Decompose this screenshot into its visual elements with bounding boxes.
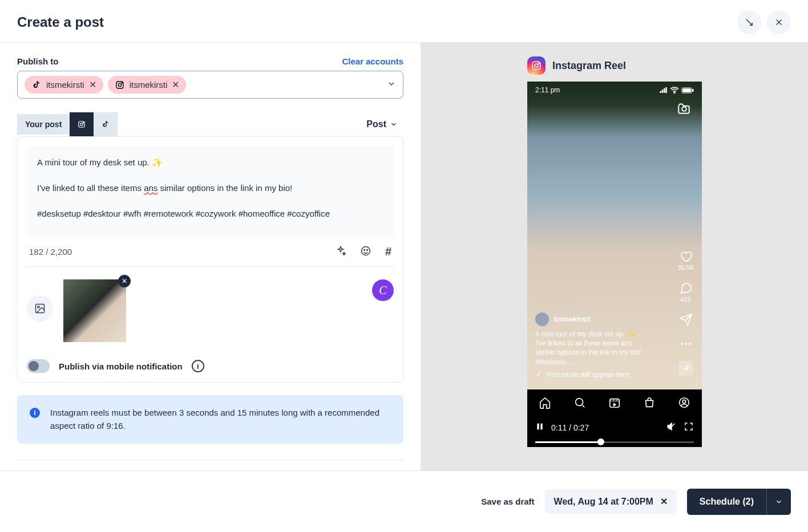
audio-icon bbox=[678, 361, 693, 376]
info-badge-icon: i bbox=[30, 408, 40, 418]
close-icon[interactable] bbox=[767, 10, 791, 34]
svg-rect-16 bbox=[664, 88, 665, 93]
tab-instagram[interactable] bbox=[70, 112, 94, 136]
svg-point-12 bbox=[535, 64, 538, 67]
composer-panel: Publish to Clear accounts itsmekirsti ✕ … bbox=[0, 43, 421, 470]
save-draft-button[interactable]: Save as draft bbox=[481, 497, 534, 506]
remove-account-icon[interactable]: ✕ bbox=[89, 79, 96, 90]
seek-bar[interactable] bbox=[527, 439, 702, 447]
svg-rect-15 bbox=[662, 90, 664, 93]
mobile-notification-toggle[interactable] bbox=[27, 359, 50, 373]
account-chip-tiktok: itsmekirsti ✕ bbox=[25, 76, 103, 94]
profile-icon bbox=[678, 396, 690, 409]
toggle-label: Publish via mobile notification bbox=[59, 362, 183, 371]
tiktok-icon bbox=[31, 80, 42, 90]
avatar bbox=[535, 312, 549, 326]
composer-card: A mini tour of my desk set up. ✨ I've li… bbox=[17, 136, 403, 383]
minimize-icon[interactable] bbox=[737, 10, 761, 34]
svg-point-7 bbox=[364, 250, 365, 251]
ai-assist-icon[interactable] bbox=[335, 245, 346, 258]
tab-your-post[interactable]: Your post bbox=[17, 114, 70, 135]
post-type-dropdown[interactable]: Post bbox=[361, 113, 403, 135]
search-icon bbox=[573, 396, 586, 409]
svg-point-1 bbox=[118, 83, 121, 86]
modal-header: Create a post bbox=[0, 0, 808, 43]
instagram-icon bbox=[115, 80, 125, 90]
instagram-logo-icon bbox=[527, 56, 546, 75]
svg-point-24 bbox=[685, 343, 687, 345]
share-icon bbox=[679, 313, 693, 327]
fullscreen-icon[interactable] bbox=[684, 421, 694, 433]
camera-icon bbox=[677, 101, 692, 118]
preview-title: Instagram Reel bbox=[552, 60, 626, 72]
video-time: 0:11 / 0:27 bbox=[551, 423, 589, 432]
svg-point-8 bbox=[367, 250, 368, 251]
svg-point-18 bbox=[674, 92, 675, 94]
hashtag-icon[interactable]: # bbox=[385, 245, 391, 258]
account-chip-instagram: itsmekirsti ✕ bbox=[108, 76, 187, 94]
mute-icon[interactable] bbox=[666, 421, 677, 433]
svg-rect-31 bbox=[540, 424, 542, 430]
info-banner: i Instagram reels must be between 3 seco… bbox=[17, 395, 403, 444]
clear-date-icon[interactable]: ✕ bbox=[660, 496, 668, 507]
svg-point-22 bbox=[682, 107, 686, 111]
account-select[interactable]: itsmekirsti ✕ itsmekirsti ✕ bbox=[17, 71, 403, 99]
phone-bottom-nav bbox=[527, 389, 702, 416]
footer: Save as draft Wed, Aug 14 at 7:00PM ✕ Sc… bbox=[0, 470, 808, 532]
svg-rect-21 bbox=[692, 89, 693, 91]
media-thumbnail[interactable]: ✕ bbox=[63, 279, 126, 342]
phone-preview: 2:11 pm 36.5K bbox=[527, 82, 702, 447]
caption-textarea[interactable]: A mini tour of my desk set up. ✨ I've li… bbox=[27, 146, 394, 237]
comment-icon: 425 bbox=[679, 281, 693, 303]
status-time: 2:11 pm bbox=[535, 86, 560, 94]
svg-point-25 bbox=[689, 343, 691, 345]
svg-point-10 bbox=[38, 306, 39, 308]
svg-rect-14 bbox=[660, 91, 661, 93]
publish-to-label: Publish to bbox=[17, 56, 59, 66]
account-handle: itsmekirsti bbox=[130, 80, 168, 90]
info-text: Instagram reels must be between 3 second… bbox=[50, 407, 391, 432]
remove-media-icon[interactable]: ✕ bbox=[118, 275, 131, 287]
account-handle: itsmekirsti bbox=[46, 80, 84, 90]
info-icon[interactable]: i bbox=[192, 360, 204, 372]
svg-point-13 bbox=[538, 63, 539, 64]
like-icon: 36.5K bbox=[677, 249, 694, 271]
svg-rect-17 bbox=[665, 87, 667, 93]
svg-rect-27 bbox=[610, 399, 620, 408]
preview-caption: A mini tour of my desk set up. ✨ I've li… bbox=[535, 330, 644, 367]
schedule-date-pill[interactable]: Wed, Aug 14 at 7:00PM ✕ bbox=[545, 489, 677, 514]
schedule-dropdown-icon[interactable] bbox=[766, 489, 791, 515]
pause-icon[interactable] bbox=[535, 422, 544, 433]
preview-panel: Instagram Reel 2:11 pm bbox=[421, 43, 808, 470]
svg-point-29 bbox=[683, 400, 686, 403]
svg-rect-20 bbox=[683, 88, 691, 92]
tabs: Your post Post bbox=[17, 112, 403, 136]
modal-title: Create a post bbox=[17, 14, 104, 30]
schedule-button[interactable]: Schedule (2) bbox=[687, 489, 791, 515]
clear-accounts-link[interactable]: Clear accounts bbox=[342, 56, 403, 66]
svg-point-2 bbox=[122, 82, 122, 83]
tab-tiktok[interactable] bbox=[94, 112, 118, 136]
preview-username: itsmekirsti bbox=[554, 314, 591, 324]
reels-icon bbox=[608, 396, 621, 409]
svg-point-26 bbox=[575, 399, 583, 406]
remove-account-icon[interactable]: ✕ bbox=[172, 79, 179, 90]
video-controls[interactable]: 0:11 / 0:27 bbox=[527, 416, 702, 439]
home-icon bbox=[539, 396, 551, 409]
emoji-icon[interactable] bbox=[360, 245, 371, 258]
canva-button[interactable]: C bbox=[372, 279, 394, 301]
svg-point-4 bbox=[80, 123, 83, 126]
svg-rect-30 bbox=[537, 424, 539, 430]
more-icon bbox=[679, 337, 693, 351]
svg-point-5 bbox=[83, 122, 84, 123]
char-counter: 182 / 2,200 bbox=[29, 247, 72, 257]
svg-point-23 bbox=[681, 343, 683, 345]
add-media-button[interactable] bbox=[27, 295, 53, 322]
music-row: Post music will appear here bbox=[535, 370, 644, 379]
chevron-down-icon[interactable] bbox=[387, 79, 396, 91]
shop-icon bbox=[643, 396, 656, 409]
svg-point-6 bbox=[361, 247, 370, 255]
status-icons bbox=[660, 86, 694, 94]
